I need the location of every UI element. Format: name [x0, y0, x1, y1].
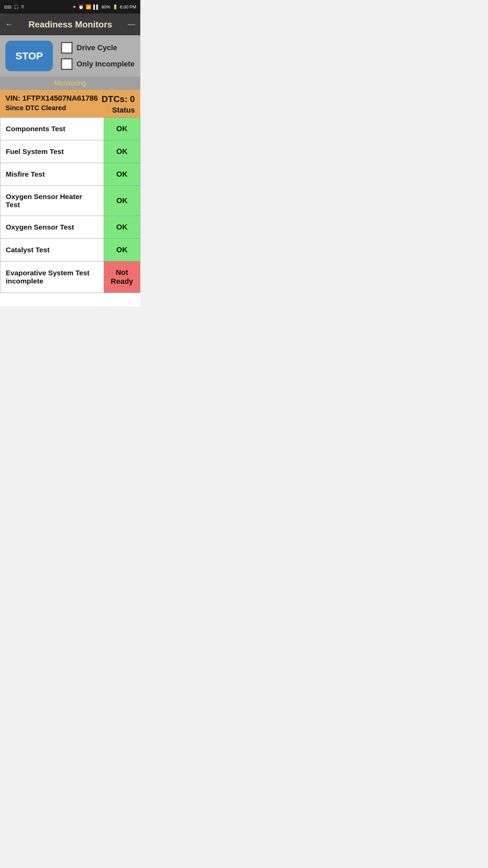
test-name-cell: Oxygen Sensor Heater Test	[0, 186, 104, 216]
status-bar-right: ✶ ⏰ 📶 ▌▌ 80% 🔋 6:00 PM	[73, 4, 136, 9]
table-row: Fuel System TestOK	[0, 140, 140, 163]
signal-icon: ▌▌	[93, 4, 99, 9]
title-bar: ← Readiness Monitors —	[0, 14, 140, 35]
bluetooth-icon: ✶	[73, 4, 76, 9]
status-column-label: Status	[102, 106, 135, 115]
monitoring-banner: Monitoring	[0, 77, 140, 90]
status-cell: OK	[104, 239, 140, 261]
status-cell: OK	[104, 163, 140, 186]
voicemail-icon: ⊟⊟	[4, 4, 12, 9]
status-cell: OK	[104, 186, 140, 216]
headset-icon: 🎧	[14, 4, 19, 9]
menu-button[interactable]: —	[128, 20, 135, 29]
status-cell: OK	[104, 118, 140, 140]
status-cell: OK	[104, 140, 140, 163]
alarm-icon: ⏰	[78, 4, 84, 9]
status-cell: Not Ready	[104, 261, 140, 293]
vehicle-info-left: VIN: 1FTPX14507NA61786 Since DTC Cleared	[5, 94, 98, 112]
time-label: 6:00 PM	[120, 4, 136, 9]
only-incomplete-label: Only Incomplete	[77, 60, 135, 68]
battery-label: 80%	[102, 4, 110, 9]
status-bar-left: ⊟⊟ 🎧 ⠿	[4, 4, 24, 9]
only-incomplete-checkbox[interactable]	[61, 58, 73, 70]
stop-button[interactable]: STOP	[5, 41, 53, 71]
test-name-cell: Evaporative System Test incomplete	[0, 261, 104, 293]
controls-area: STOP Drive Cycle Only Incomplete	[0, 35, 140, 77]
page-title: Readiness Monitors	[13, 19, 128, 30]
apps-icon: ⠿	[21, 4, 24, 9]
test-name-cell: Components Test	[0, 118, 104, 140]
status-bar: ⊟⊟ 🎧 ⠿ ✶ ⏰ 📶 ▌▌ 80% 🔋 6:00 PM	[0, 0, 140, 14]
table-row: Misfire TestOK	[0, 163, 140, 186]
drive-cycle-label: Drive Cycle	[77, 43, 117, 52]
vehicle-info-right: DTCs: 0 Status	[102, 94, 135, 115]
vin-label: VIN: 1FTPX14507NA61786	[5, 94, 98, 103]
table-row: Oxygen Sensor Heater TestOK	[0, 186, 140, 216]
wifi-icon: 📶	[86, 4, 91, 9]
status-cell: OK	[104, 216, 140, 239]
drive-cycle-checkbox[interactable]	[61, 42, 73, 54]
test-name-cell: Fuel System Test	[0, 140, 104, 163]
checkboxes-group: Drive Cycle Only Incomplete	[61, 42, 135, 70]
drive-cycle-checkbox-item[interactable]: Drive Cycle	[61, 42, 135, 54]
battery-icon: 🔋	[113, 4, 118, 9]
vehicle-info-row: VIN: 1FTPX14507NA61786 Since DTC Cleared…	[0, 90, 140, 117]
dtcs-value: DTCs: 0	[102, 94, 135, 104]
test-name-cell: Oxygen Sensor Test	[0, 216, 104, 239]
monitors-table: Components TestOKFuel System TestOKMisfi…	[0, 117, 140, 293]
only-incomplete-checkbox-item[interactable]: Only Incomplete	[61, 58, 135, 70]
bottom-space	[0, 293, 140, 307]
table-row: Components TestOK	[0, 118, 140, 140]
test-name-cell: Misfire Test	[0, 163, 104, 186]
back-button[interactable]: ←	[5, 20, 13, 29]
table-row: Catalyst TestOK	[0, 239, 140, 261]
test-name-cell: Catalyst Test	[0, 239, 104, 261]
table-row: Evaporative System Test incompleteNot Re…	[0, 261, 140, 293]
table-row: Oxygen Sensor TestOK	[0, 216, 140, 239]
since-dtc-label: Since DTC Cleared	[5, 104, 98, 112]
